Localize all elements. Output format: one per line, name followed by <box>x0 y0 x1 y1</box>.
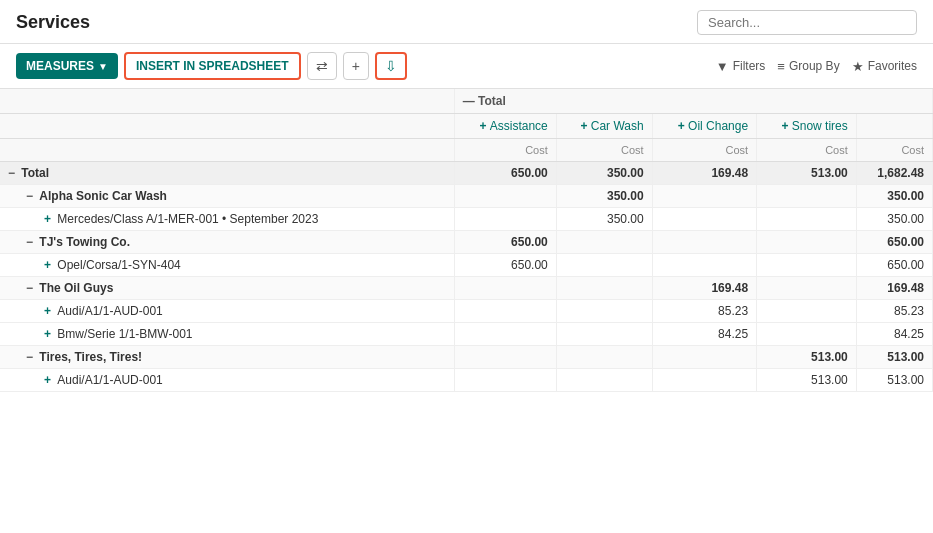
cell-value <box>556 254 652 277</box>
row-label: + Opel/Corsa/1-SYN-404 <box>0 254 454 277</box>
table-row: + Bmw/Serie 1/1-BMW-00184.2584.25 <box>0 323 933 346</box>
table-row: − Tires, Tires, Tires!513.00513.00 <box>0 346 933 369</box>
star-icon: ★ <box>852 59 864 74</box>
cell-value: 350.00 <box>556 208 652 231</box>
header-sub-row: + Assistance + Car Wash + Oil Change + S… <box>0 114 933 139</box>
row-label: − The Oil Guys <box>0 277 454 300</box>
header-total-col: — Total <box>454 89 932 114</box>
cell-value: 650.00 <box>454 231 556 254</box>
cell-value <box>556 346 652 369</box>
add-icon: + <box>352 58 360 74</box>
cell-value <box>757 231 857 254</box>
minus-icon: − <box>8 166 18 180</box>
row-label: + Audi/A1/1-AUD-001 <box>0 300 454 323</box>
header-group-row: — Total <box>0 89 933 114</box>
cell-value <box>652 185 756 208</box>
download-button[interactable]: ⇩ <box>375 52 407 80</box>
row-label-text: The Oil Guys <box>39 281 113 295</box>
groupby-icon: ≡ <box>777 59 785 74</box>
toolbar: MEASURES ▼ INSERT IN SPREADSHEET ⇄ + ⇩ ▼… <box>0 44 933 89</box>
cell-value: 350.00 <box>856 208 932 231</box>
filters-button[interactable]: ▼ Filters <box>716 59 766 74</box>
cell-value: 513.00 <box>856 346 932 369</box>
cell-value <box>454 323 556 346</box>
insert-spreadsheet-button[interactable]: INSERT IN SPREADSHEET <box>124 52 301 80</box>
cell-value: 169.48 <box>652 277 756 300</box>
cell-value <box>757 254 857 277</box>
row-label-text: Opel/Corsa/1-SYN-404 <box>57 258 180 272</box>
cell-value <box>454 208 556 231</box>
header-empty-col <box>0 89 454 114</box>
cell-value <box>454 369 556 392</box>
row-label-text: TJ's Towing Co. <box>39 235 130 249</box>
measures-button[interactable]: MEASURES ▼ <box>16 53 118 79</box>
cell-value <box>454 277 556 300</box>
header-snowtires: + Snow tires <box>757 114 857 139</box>
header-assistance: + Assistance <box>454 114 556 139</box>
header: Services <box>0 0 933 44</box>
cell-value <box>652 369 756 392</box>
download-icon: ⇩ <box>385 58 397 74</box>
cell-value: 1,682.48 <box>856 162 932 185</box>
table-row: + Audi/A1/1-AUD-00185.2385.23 <box>0 300 933 323</box>
cell-value <box>556 369 652 392</box>
cell-value: 513.00 <box>757 346 857 369</box>
cell-value: 650.00 <box>454 162 556 185</box>
table-row: − TJ's Towing Co.650.00650.00 <box>0 231 933 254</box>
cell-value <box>556 277 652 300</box>
data-table: — Total + Assistance + Car Wash + Oil Ch… <box>0 89 933 392</box>
row-label-text: Audi/A1/1-AUD-001 <box>57 373 162 387</box>
cell-value: 513.00 <box>757 369 857 392</box>
header-oilchange: + Oil Change <box>652 114 756 139</box>
cell-value: 650.00 <box>454 254 556 277</box>
plus-icon: + <box>44 258 54 272</box>
table-container: — Total + Assistance + Car Wash + Oil Ch… <box>0 89 933 392</box>
table-row: − Alpha Sonic Car Wash350.00350.00 <box>0 185 933 208</box>
minus-icon: − <box>26 350 36 364</box>
search-input[interactable] <box>708 15 906 30</box>
cell-value: 350.00 <box>556 185 652 208</box>
minus-icon: − <box>26 281 36 295</box>
row-label-text: Tires, Tires, Tires! <box>39 350 142 364</box>
row-label-text: Audi/A1/1-AUD-001 <box>57 304 162 318</box>
row-label: − Total <box>0 162 454 185</box>
plus-icon: + <box>44 212 54 226</box>
add-icon-button[interactable]: + <box>343 52 369 80</box>
table-row: + Mercedes/Class A/1-MER-001 • September… <box>0 208 933 231</box>
cell-value <box>556 323 652 346</box>
table-row: − Total650.00350.00169.48513.001,682.48 <box>0 162 933 185</box>
header-cost-row: Cost Cost Cost Cost Cost <box>0 139 933 162</box>
header-cost-5: Cost <box>856 139 932 162</box>
cell-value <box>454 185 556 208</box>
transfer-icon-button[interactable]: ⇄ <box>307 52 337 80</box>
page-title: Services <box>16 12 90 33</box>
row-label: − Alpha Sonic Car Wash <box>0 185 454 208</box>
row-label: + Audi/A1/1-AUD-001 <box>0 369 454 392</box>
transfer-icon: ⇄ <box>316 58 328 74</box>
measures-arrow-icon: ▼ <box>98 61 108 72</box>
cell-value: 85.23 <box>856 300 932 323</box>
cell-value: 84.25 <box>856 323 932 346</box>
cell-value <box>652 254 756 277</box>
table-body: − Total650.00350.00169.48513.001,682.48−… <box>0 162 933 392</box>
header-label-col <box>0 114 454 139</box>
row-label: − Tires, Tires, Tires! <box>0 346 454 369</box>
cell-value: 169.48 <box>856 277 932 300</box>
search-box[interactable] <box>697 10 917 35</box>
row-label-text: Mercedes/Class A/1-MER-001 • September 2… <box>57 212 318 226</box>
header-cost-2: Cost <box>556 139 652 162</box>
row-label: − TJ's Towing Co. <box>0 231 454 254</box>
cell-value <box>652 231 756 254</box>
cell-value <box>757 208 857 231</box>
cell-value <box>556 231 652 254</box>
row-label-text: Total <box>21 166 49 180</box>
favorites-button[interactable]: ★ Favorites <box>852 59 917 74</box>
row-label-text: Bmw/Serie 1/1-BMW-001 <box>57 327 192 341</box>
groupby-button[interactable]: ≡ Group By <box>777 59 839 74</box>
plus-icon: + <box>44 373 54 387</box>
header-cost-1: Cost <box>454 139 556 162</box>
cell-value <box>757 185 857 208</box>
cell-value <box>757 300 857 323</box>
header-carwash: + Car Wash <box>556 114 652 139</box>
cell-value <box>454 346 556 369</box>
